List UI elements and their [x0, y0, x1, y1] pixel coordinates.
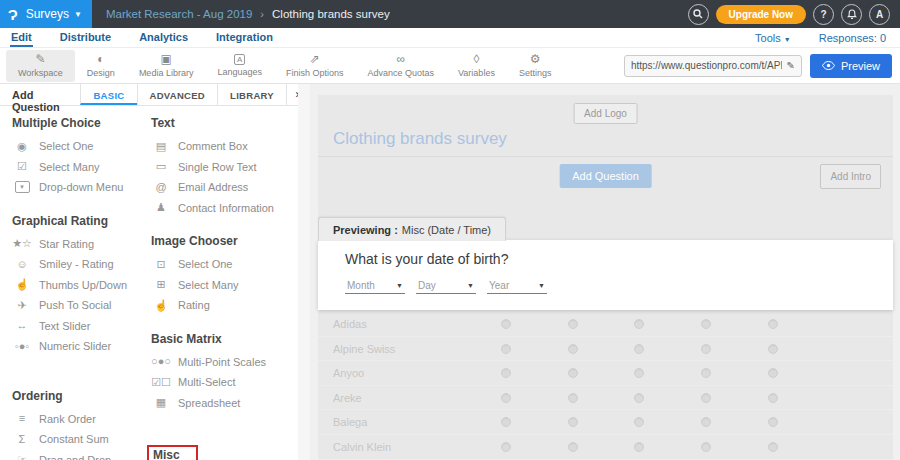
matrix-radio[interactable]: [568, 344, 578, 354]
question-type-select-many[interactable]: ⊞Select Many: [151, 275, 298, 296]
matrix-radio[interactable]: [501, 368, 511, 378]
nav-link-analytics[interactable]: Analytics: [138, 29, 189, 47]
question-type-constant-sum[interactable]: ΣConstant Sum: [12, 429, 145, 450]
matrix-radio[interactable]: [568, 319, 578, 329]
notifications-button[interactable]: [841, 4, 862, 25]
question-type-comment-box[interactable]: ▤Comment Box: [151, 136, 298, 157]
section-title: Graphical Rating: [12, 214, 145, 228]
matrix-radio[interactable]: [501, 319, 511, 329]
toolbar-item-finish-options[interactable]: ⇗Finish Options: [274, 50, 356, 82]
date-dropdown-row: Month▼Day▼Year▼: [345, 280, 547, 294]
survey-preview-area: Add Logo Clothing brands survey Add Ques…: [310, 84, 900, 460]
section-title-highlighted: Misc: [147, 445, 198, 460]
question-type-drag-and-drop[interactable]: ☞Drag and Drop: [12, 450, 145, 460]
edit-url-icon[interactable]: ✎: [786, 60, 794, 71]
app-logo-menu[interactable]: Ɂ Surveys ▼: [0, 0, 92, 28]
question-type-drop-down-menu[interactable]: ▼Drop-down Menu: [12, 177, 145, 198]
matrix-radio[interactable]: [701, 368, 711, 378]
tab-basic[interactable]: BASIC: [80, 84, 136, 105]
question-type-select-one[interactable]: ⊡Select One: [151, 254, 298, 275]
surveys-menu[interactable]: Surveys ▼: [26, 7, 82, 21]
matrix-radio[interactable]: [501, 442, 511, 452]
matrix-radio[interactable]: [568, 368, 578, 378]
matrix-radio[interactable]: [634, 368, 644, 378]
toolbar-item-media-library[interactable]: ▣Media Library: [127, 50, 206, 82]
toolbar-item-languages[interactable]: ALanguages: [205, 50, 274, 82]
survey-url-box[interactable]: https://www.questionpro.com/t/APNrfZ ✎: [624, 55, 802, 77]
avatar[interactable]: A: [869, 4, 890, 25]
question-type-thumbs-up-down[interactable]: ☝Thumbs Up/Down: [12, 275, 145, 296]
day-dropdown[interactable]: Day▼: [416, 280, 476, 294]
question-type-multi-point-scales[interactable]: ○●○Multi-Point Scales: [151, 352, 298, 373]
question-type-smiley-rating[interactable]: ☺Smiley - Rating: [12, 254, 145, 275]
question-type-star-rating[interactable]: ★☆Star Rating: [12, 234, 145, 255]
breadcrumb: Market Research - Aug 2019 › Clothing br…: [106, 8, 390, 20]
matrix-radio[interactable]: [568, 442, 578, 452]
panel-scroll-gutter[interactable]: [298, 84, 310, 460]
toolbar-item-advance-quotas[interactable]: ∞Advance Quotas: [355, 50, 446, 82]
image-rating-icon: ☝: [151, 300, 171, 311]
panel-column-1: Multiple Choice◉Select One☑Select Many▼D…: [0, 106, 145, 460]
matrix-radio[interactable]: [634, 393, 644, 403]
matrix-radio[interactable]: [634, 417, 644, 427]
question-type-email-address[interactable]: @Email Address: [151, 177, 298, 198]
upgrade-now-button[interactable]: Upgrade Now: [716, 5, 806, 24]
design-icon: ◐: [97, 53, 104, 66]
matrix-radio[interactable]: [701, 319, 711, 329]
toolbar-item-settings[interactable]: ⚙Settings: [507, 50, 564, 82]
nav-link-distribute[interactable]: Distribute: [59, 29, 112, 47]
matrix-radio[interactable]: [634, 344, 644, 354]
tools-menu[interactable]: Tools ▼: [755, 32, 791, 44]
matrix-radio[interactable]: [701, 393, 711, 403]
survey-title[interactable]: Clothing brands survey: [333, 129, 507, 149]
responses-count[interactable]: Responses: 0: [819, 32, 886, 44]
question-type-select-one[interactable]: ◉Select One: [12, 136, 145, 157]
preview-button[interactable]: Preview: [810, 54, 892, 78]
matrix-radio[interactable]: [701, 417, 711, 427]
survey-url[interactable]: https://www.questionpro.com/t/APNrfZ: [631, 60, 783, 71]
matrix-radio[interactable]: [501, 417, 511, 427]
matrix-radio[interactable]: [701, 442, 711, 452]
section-graphical-rating: Graphical Rating★☆Star Rating☺Smiley - R…: [12, 214, 145, 357]
question-type-rank-order[interactable]: ≡Rank Order: [12, 409, 145, 430]
matrix-radio[interactable]: [568, 393, 578, 403]
search-button[interactable]: [688, 4, 709, 25]
breadcrumb-parent[interactable]: Market Research - Aug 2019: [106, 8, 252, 20]
nav-link-integration[interactable]: Integration: [215, 29, 274, 47]
question-type-rating[interactable]: ☝Rating: [151, 295, 298, 316]
question-type-text-slider[interactable]: ↔Text Slider: [12, 316, 145, 337]
toolbar-item-design[interactable]: ◐Design: [75, 50, 127, 82]
toolbar-item-variables[interactable]: ◊Variables: [446, 50, 507, 82]
matrix-radio[interactable]: [768, 442, 778, 452]
matrix-radio[interactable]: [768, 368, 778, 378]
help-button[interactable]: ?: [813, 4, 834, 25]
question-type-push-to-social[interactable]: ✈Push To Social: [12, 295, 145, 316]
year-dropdown[interactable]: Year▼: [487, 280, 547, 294]
matrix-radio[interactable]: [568, 417, 578, 427]
nav-link-edit[interactable]: Edit: [10, 29, 33, 47]
matrix-radio[interactable]: [768, 344, 778, 354]
question-type-single-row-text[interactable]: ▭Single Row Text: [151, 157, 298, 178]
tab-library[interactable]: LIBRARY: [217, 84, 286, 105]
tab-advanced[interactable]: ADVANCED: [137, 84, 218, 105]
add-intro-button[interactable]: Add Intro: [820, 164, 881, 189]
month-dropdown[interactable]: Month▼: [345, 280, 405, 294]
question-type-select-many[interactable]: ☑Select Many: [12, 157, 145, 178]
question-type-spreadsheet[interactable]: ▦Spreadsheet: [151, 393, 298, 414]
add-logo-button[interactable]: Add Logo: [573, 103, 638, 124]
matrix-radio[interactable]: [768, 417, 778, 427]
question-type-contact-information[interactable]: ♟Contact Information: [151, 198, 298, 219]
matrix-radio[interactable]: [501, 393, 511, 403]
add-question-button[interactable]: Add Question: [559, 164, 652, 188]
toolbar-item-workspace[interactable]: ✎Workspace: [6, 50, 75, 82]
matrix-radio[interactable]: [701, 344, 711, 354]
question-type-multi-select[interactable]: ☑☐Multi-Select: [151, 372, 298, 393]
matrix-radio[interactable]: [634, 319, 644, 329]
matrix-radio[interactable]: [768, 393, 778, 403]
toolbar-item-label: Settings: [519, 68, 552, 78]
matrix-radio[interactable]: [768, 319, 778, 329]
matrix-radio[interactable]: [501, 344, 511, 354]
question-type-numeric-slider[interactable]: ◦●◦Numeric Slider: [12, 336, 145, 357]
matrix-radio[interactable]: [634, 442, 644, 452]
brand-label: Balega: [333, 416, 367, 428]
